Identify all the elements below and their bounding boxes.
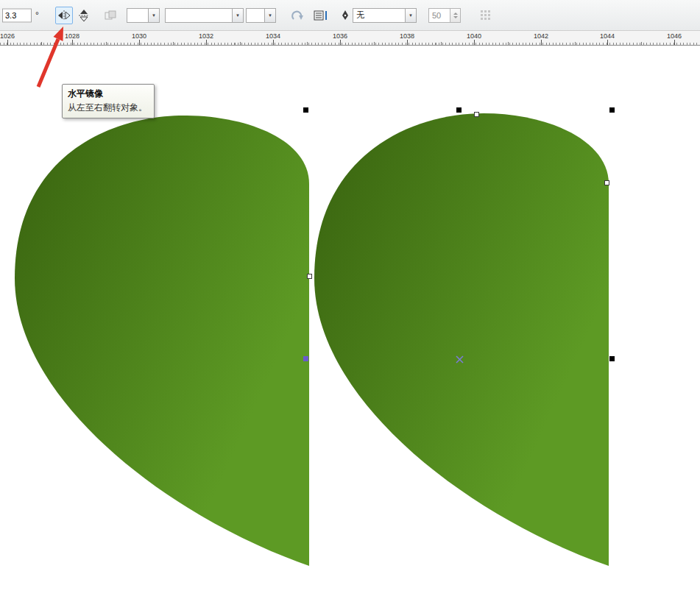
text-wrap-icon (314, 10, 328, 21)
mirror-horizontal-icon (57, 10, 71, 21)
spin-stepper[interactable] (450, 8, 461, 23)
close-curve-button-disabled[interactable] (289, 7, 306, 24)
selection-handle-top-left[interactable] (303, 107, 308, 113)
ruler-label: 1034 (266, 32, 280, 40)
ruler-tick (72, 40, 73, 45)
stepper-down-icon (453, 16, 458, 18)
spin-control: 50 (428, 8, 461, 23)
ruler-label: 1036 (333, 32, 347, 40)
tooltip-description: 从左至右翻转对象。 (68, 102, 149, 114)
ruler-tick (541, 40, 542, 45)
app-window: ° ▼ ▼ (0, 0, 700, 599)
end-arrowhead-value[interactable] (246, 8, 265, 23)
shapes-layer (0, 46, 700, 599)
leaf-shape-right[interactable] (314, 113, 609, 566)
ruler-label: 1028 (65, 32, 79, 40)
selection-handle-top-center[interactable] (456, 107, 462, 113)
ruler-tick (7, 40, 8, 45)
ruler-label: 1044 (600, 32, 615, 40)
curve-node-top[interactable] (474, 112, 479, 117)
mirror-horizontal-button[interactable] (55, 7, 73, 24)
start-arrowhead-combo[interactable]: ▼ (127, 8, 160, 23)
pen-nib-icon (340, 10, 350, 21)
selection-handle-middle-right[interactable] (609, 356, 615, 361)
chevron-down-icon[interactable]: ▼ (265, 8, 276, 23)
ruler-tick (340, 40, 341, 45)
chevron-down-icon[interactable]: ▼ (149, 8, 160, 23)
outline-width-group: 无 ▼ (340, 8, 417, 23)
mirror-vertical-icon (78, 9, 90, 22)
property-bar: ° ▼ ▼ (0, 0, 700, 31)
ruler-tick (674, 40, 675, 45)
ruler-tick (106, 42, 107, 45)
ruler-tick (139, 40, 140, 45)
rotation-angle-input[interactable] (2, 8, 32, 22)
drawing-canvas[interactable]: 水平镜像 从左至右翻转对象。 (0, 46, 700, 599)
tooltip-title: 水平镜像 (68, 88, 149, 100)
ruler-tick (240, 42, 241, 45)
ruler-tick (273, 40, 274, 45)
ruler-label: 1040 (467, 32, 481, 40)
line-style-value[interactable] (165, 8, 233, 23)
degree-label: ° (35, 10, 39, 21)
ruler-tick (607, 40, 608, 45)
stepper-up-icon (453, 13, 458, 15)
tooltip: 水平镜像 从左至右翻转对象。 (62, 84, 155, 118)
ruler-tick (407, 40, 408, 45)
outline-width-combo[interactable]: 无 ▼ (353, 8, 417, 23)
chevron-down-icon[interactable]: ▼ (406, 8, 417, 23)
leaf-shape-left[interactable] (15, 116, 309, 566)
ruler-label: 1026 (0, 32, 15, 40)
chevron-down-icon[interactable]: ▼ (233, 8, 244, 23)
ruler-tick (474, 40, 475, 45)
ruler-label: 1030 (132, 32, 146, 40)
ruler-tick (374, 42, 375, 45)
curved-arrow-icon (291, 10, 304, 21)
ruler-tick (173, 42, 174, 45)
pattern-button-disabled[interactable] (477, 7, 495, 24)
selection-handle-top-right[interactable] (609, 107, 615, 113)
text-wrap-button[interactable] (312, 7, 330, 24)
horizontal-ruler: 1026102810301032103410361038104010421044… (0, 31, 700, 46)
ruler-label: 1046 (667, 32, 682, 40)
curve-node-right[interactable] (604, 180, 609, 185)
ruler-tick (441, 42, 442, 45)
dots-grid-icon (480, 10, 492, 21)
ruler-label: 1042 (534, 32, 548, 40)
ruler-tick (508, 42, 509, 45)
end-arrowhead-combo[interactable]: ▼ (246, 8, 276, 23)
combine-objects-button-disabled[interactable] (102, 7, 119, 24)
ruler-tick (41, 42, 42, 45)
ruler-tick (641, 42, 642, 45)
line-style-combo[interactable]: ▼ (165, 8, 244, 23)
selection-handles (0, 46, 700, 599)
start-arrowhead-value[interactable] (127, 8, 149, 23)
mirror-vertical-button[interactable] (75, 7, 93, 24)
outline-width-value[interactable]: 无 (353, 8, 406, 23)
ruler-tick (307, 42, 308, 45)
ruler-label: 1038 (400, 32, 414, 40)
combine-objects-icon (105, 10, 116, 21)
curve-node-left[interactable] (307, 274, 312, 279)
ruler-tick (206, 40, 207, 45)
selected-node[interactable] (303, 356, 308, 361)
ruler-label: 1032 (199, 32, 213, 40)
selection-center-marker (456, 356, 463, 363)
ruler-tick (575, 42, 576, 45)
spin-value-field[interactable]: 50 (428, 8, 450, 23)
